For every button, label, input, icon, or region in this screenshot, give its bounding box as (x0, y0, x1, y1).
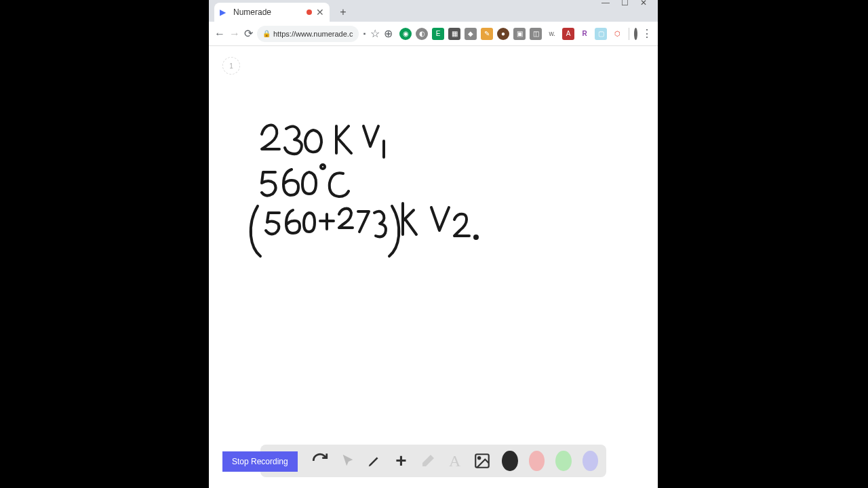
handwriting-content (243, 87, 582, 358)
tab-title: Numerade (233, 7, 302, 17)
ext-icon-3[interactable]: ▦ (448, 28, 460, 40)
recording-indicator-icon (307, 9, 312, 15)
ext-icon-6[interactable]: ● (497, 28, 509, 40)
color-purple[interactable] (583, 451, 598, 471)
star-icon[interactable]: ☆ (370, 27, 380, 41)
browser-window: ▶ Numerade ✕ + — ☐ ✕ ← → ⟳ 🔒 https://www… (209, 0, 658, 488)
url-input[interactable]: 🔒 https://www.numerade.com/an... (257, 26, 359, 42)
pen-tool[interactable] (366, 451, 382, 471)
color-green[interactable] (555, 451, 571, 471)
avatar[interactable] (634, 28, 637, 40)
ext-icon-9[interactable]: w. (546, 28, 558, 40)
close-window-button[interactable]: ✕ (639, 0, 648, 7)
zoom-icon[interactable]: ⊕ (384, 27, 393, 41)
svg-point-0 (321, 165, 325, 169)
ext-icon-13[interactable]: ⬡ (611, 28, 623, 40)
svg-point-3 (478, 457, 480, 459)
stop-recording-button[interactable]: Stop Recording (222, 451, 298, 472)
ext-icon-12[interactable]: ▢ (595, 28, 607, 40)
maximize-button[interactable]: ☐ (620, 0, 629, 7)
page-number-badge: 1 (222, 57, 240, 75)
color-black[interactable] (502, 451, 517, 471)
redo-button[interactable] (311, 451, 329, 471)
image-tool[interactable] (473, 451, 491, 471)
ext-icon-2[interactable]: E (432, 28, 444, 40)
video-icon[interactable]: ▪ (363, 27, 366, 41)
tab-bar: ▶ Numerade ✕ + (209, 0, 658, 22)
eraser-tool[interactable] (420, 451, 436, 471)
ext-icon-5[interactable]: ✎ (481, 28, 493, 40)
pointer-tool[interactable] (340, 451, 355, 471)
drawing-toolbar: + A (260, 445, 606, 477)
tab-numerade[interactable]: ▶ Numerade ✕ (214, 3, 330, 22)
ext-icon-7[interactable]: ▣ (513, 28, 526, 40)
ext-icon-4[interactable]: ◆ (465, 28, 477, 40)
favicon-play-icon: ▶ (220, 7, 229, 17)
new-tab-button[interactable]: + (335, 4, 351, 20)
minimize-button[interactable]: — (601, 0, 610, 7)
color-pink[interactable] (529, 451, 545, 471)
forward-button[interactable]: → (229, 27, 240, 41)
extension-icons: ◉ ◐ E ▦ ◆ ✎ ● ▣ ◫ w. A R ▢ ⬡ (399, 28, 623, 40)
text-tool[interactable]: A (447, 451, 462, 471)
ext-icon-10[interactable]: A (562, 28, 574, 40)
lock-icon: 🔒 (262, 30, 271, 37)
add-tool[interactable]: + (393, 451, 409, 471)
menu-button[interactable]: ⋮ (642, 27, 652, 41)
back-button[interactable]: ← (214, 27, 225, 41)
tab-close-icon[interactable]: ✕ (316, 7, 324, 18)
reload-button[interactable]: ⟳ (244, 27, 253, 41)
ext-icon-1[interactable]: ◐ (416, 28, 428, 40)
svg-point-1 (475, 236, 477, 239)
canvas-area[interactable]: 1 (209, 46, 658, 488)
ext-icon-8[interactable]: ◫ (530, 28, 542, 40)
ext-icon-11[interactable]: R (578, 28, 591, 40)
url-text: https://www.numerade.com/an... (273, 30, 353, 38)
address-bar: ← → ⟳ 🔒 https://www.numerade.com/an... ▪… (209, 22, 658, 46)
ext-icon-0[interactable]: ◉ (399, 28, 412, 40)
